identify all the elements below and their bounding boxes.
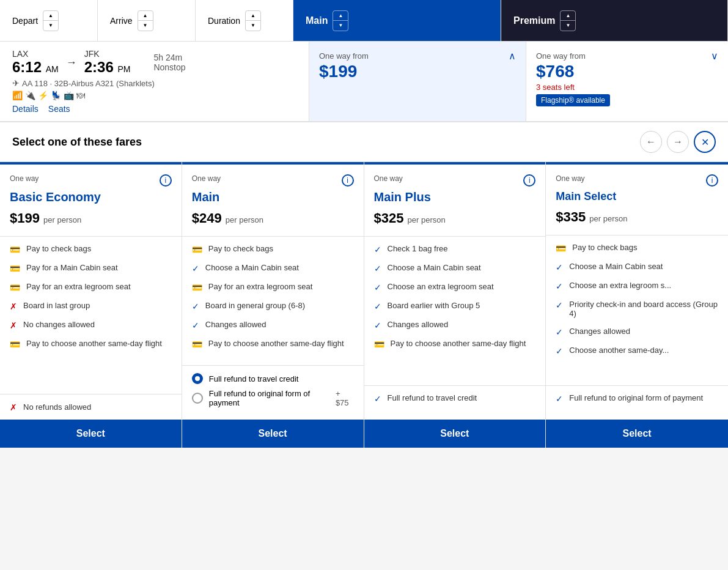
basic-select-button[interactable]: Select [0,420,182,448]
feature-item: 💳 Pay for an extra legroom seat [192,282,354,292]
basic-price: $199 per person [10,210,172,226]
fare-cards: One way i Basic Economy $199 per person … [0,162,728,448]
main-info-icon[interactable]: i [342,174,354,187]
main-one-way-label: One way from [319,51,369,61]
premium-down[interactable]: ▼ [561,21,575,31]
sort-duration[interactable]: Duration ▲ ▼ [196,0,293,41]
pay-icon: 💳 [192,283,202,292]
refund-option-2[interactable]: Full refund to original form of payment … [192,389,354,407]
details-link[interactable]: Details [12,104,39,114]
main-plus-info-icon[interactable]: i [523,174,535,187]
premium-fare-price: $768 [536,62,718,81]
feature-item: 💳 Pay to check bags [192,244,354,254]
premium-fare-column[interactable]: One way from ∨ $768 3 seats left Flagshi… [526,42,728,121]
check-icon: ✓ [374,264,381,273]
fare-card-main-plus: One way i Main Plus $325 per person ✓ Ch… [364,162,546,448]
pay-icon: 💳 [10,339,20,349]
duration-down[interactable]: ▼ [246,21,260,31]
main-tab-label: Main [306,15,328,26]
amenity-icons: 📶 🔌 ⚡ 💺 📺 🍽 [12,91,296,100]
main-select-button[interactable]: Select [182,420,364,448]
main-fare-column[interactable]: One way from ∧ $199 [309,42,526,121]
depart-time: 6:12 AM [12,59,59,76]
main-card-name: Main [192,190,354,204]
sort-main[interactable]: Main ▲ ▼ [293,0,501,41]
check-icon: ✓ [374,320,381,330]
depart-period: AM [46,64,59,74]
basic-name: Basic Economy [10,190,172,204]
arrive-arrows[interactable]: ▲ ▼ [138,10,153,31]
prev-button[interactable]: ← [640,131,662,153]
main-select-info-icon[interactable]: i [706,174,718,187]
premium-chevron-down-icon: ∨ [711,50,718,62]
main-arrows[interactable]: ▲ ▼ [333,10,348,31]
premium-tab-label: Premium [513,15,555,26]
basic-economy-header: One way i Basic Economy $199 per person [0,162,182,236]
sort-depart[interactable]: Depart ▲ ▼ [0,0,98,41]
premium-up[interactable]: ▲ [561,11,575,21]
basic-info-icon[interactable]: i [160,174,172,187]
pay-icon: 💳 [10,245,20,254]
feature-item: ✓ Board in general group (6-8) [192,301,354,311]
seats-link[interactable]: Seats [48,104,70,114]
seat-icon: 💺 [51,91,61,100]
select-fares-title: Select one of these fares [12,136,142,149]
main-down[interactable]: ▼ [333,21,348,31]
main-select-one-way: One way i [556,174,718,187]
feature-item: ✗ Board in last group [10,301,172,311]
flight-number: AA 118 · 32B-Airbus A321 (Sharklets) [22,79,155,88]
feature-item: ✓ Choose a Main Cabin seat [192,263,354,273]
main-chevron-up-icon: ∧ [509,50,516,62]
close-button[interactable]: ✕ [694,131,716,153]
usb-icon: ⚡ [38,91,48,100]
sort-arrive[interactable]: Arrive ▲ ▼ [98,0,196,41]
refund-option-1[interactable]: Full refund to travel credit [192,373,354,384]
duration-up[interactable]: ▲ [246,11,260,21]
main-card-price: $249 per person [192,210,354,226]
refund-check-item: ✓ Full refund to travel credit [374,393,536,404]
main-select-select-button[interactable]: Select [546,420,728,448]
check-icon: ✓ [192,320,199,330]
x-icon: ✗ [10,402,17,412]
power-icon: 🔌 [25,91,35,100]
main-fare-header: One way from ∧ $199 [319,50,516,81]
main-refund-section: Full refund to travel credit Full refund… [182,365,364,420]
sort-premium[interactable]: Premium ▲ ▼ [501,0,728,41]
feature-item: ✓ Changes allowed [374,320,536,330]
x-icon: ✗ [10,320,17,330]
fare-card-main-select: One way i Main Select $335 per person 💳 … [546,162,728,448]
premium-arrows[interactable]: ▲ ▼ [560,10,576,31]
depart-down[interactable]: ▼ [43,21,58,31]
duration-arrows[interactable]: ▲ ▼ [245,10,261,31]
main-up[interactable]: ▲ [333,11,348,21]
main-plus-select-button[interactable]: Select [364,420,546,448]
origin-code: LAX [12,49,59,59]
main-header: One way i Main $249 per person [182,162,364,236]
feature-item: ✓ Choose another same-day... [556,346,718,356]
check-icon: ✓ [556,346,563,356]
feature-item: ✓ Choose an extra legroom seat [374,282,536,292]
main-plus-header: One way i Main Plus $325 per person [364,162,546,236]
next-button[interactable]: → [667,131,689,153]
dest-info: JFK 2:36 PM [84,49,131,76]
depart-arrows[interactable]: ▲ ▼ [43,10,59,31]
feature-item: 💳 Pay to check bags [556,243,718,253]
check-icon: ✓ [192,302,199,311]
main-select-features: 💳 Pay to check bags ✓ Choose a Main Cabi… [546,235,728,385]
wifi-icon: 📶 [12,91,23,100]
arrive-down[interactable]: ▼ [138,21,153,31]
main-features: 💳 Pay to check bags ✓ Choose a Main Cabi… [182,236,364,365]
feature-item: ✓ Board earlier with Group 5 [374,301,536,311]
check-icon: ✓ [556,281,563,291]
feature-item: 💳 Pay to choose another same-day flight [374,339,536,349]
check-icon: ✓ [556,300,563,310]
pay-icon: 💳 [10,264,20,273]
pay-icon: 💳 [374,339,384,349]
pay-icon: 💳 [192,339,202,349]
duration-label: Duration [208,16,240,26]
flight-links: Details Seats [12,104,296,114]
depart-up[interactable]: ▲ [43,11,58,21]
check-icon: ✓ [374,245,381,254]
arrive-up[interactable]: ▲ [138,11,153,21]
feature-item: 💳 Pay for an extra legroom seat [10,282,172,292]
